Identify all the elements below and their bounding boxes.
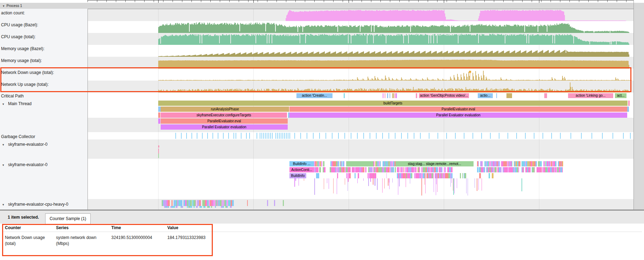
span-block[interactable] <box>316 173 319 178</box>
gc-tick[interactable] <box>499 133 499 139</box>
gc-tick[interactable] <box>281 133 281 139</box>
span-block[interactable] <box>496 93 497 98</box>
gc-tick[interactable] <box>420 133 421 139</box>
span-block[interactable] <box>158 112 160 118</box>
counter-chart-cpu-total[interactable] <box>158 34 634 45</box>
span-block[interactable]: stag;stag... stage.remote...remot... <box>396 161 474 166</box>
span-block[interactable] <box>385 93 385 98</box>
gc-tick[interactable] <box>429 133 429 139</box>
span-block[interactable] <box>392 93 394 98</box>
gc-tick[interactable] <box>268 133 269 139</box>
span-block[interactable]: act... <box>615 93 626 98</box>
gc-tick[interactable] <box>376 133 377 139</box>
gc-tick[interactable] <box>313 133 314 139</box>
gc-tick[interactable] <box>272 133 273 139</box>
gc-tick[interactable] <box>186 133 187 139</box>
gc-tick[interactable] <box>602 133 603 139</box>
sidebar-item-4[interactable]: Memory usage (total): <box>1 58 42 63</box>
span-block[interactable]: runAnalysisPhase <box>161 107 289 112</box>
gc-tick[interactable] <box>326 133 326 139</box>
gc-tick[interactable] <box>481 133 482 139</box>
sidebar-item-7[interactable]: Critical Path <box>1 94 24 98</box>
tab-counter-sample[interactable]: Counter Sample (1) <box>45 213 91 224</box>
gc-tick[interactable] <box>257 133 257 139</box>
gc-tick[interactable] <box>414 133 414 139</box>
gc-tick[interactable] <box>265 133 266 139</box>
gc-tick[interactable] <box>332 133 332 139</box>
gc-tick[interactable] <box>363 133 364 139</box>
gc-tick[interactable] <box>338 133 339 139</box>
gc-tick[interactable] <box>260 133 260 139</box>
span-block[interactable] <box>628 101 630 106</box>
sidebar-item-11[interactable]: ▾skyframe-evaluator-0 <box>0 162 48 167</box>
gc-tick[interactable] <box>223 133 224 139</box>
sidebar-item-0[interactable]: action count: <box>1 11 25 15</box>
sidebar-item-12[interactable]: ▾skyframe-evaluator-cpu-heavy-0 <box>0 202 68 207</box>
gc-tick[interactable] <box>407 133 408 139</box>
gc-tick[interactable] <box>438 133 438 139</box>
span-block[interactable]: skyframeExecutor.configureTargets <box>161 112 287 118</box>
gc-tick[interactable] <box>319 133 320 139</box>
gc-tick[interactable] <box>191 133 192 139</box>
gc-tick[interactable] <box>455 133 456 139</box>
sidebar-item-8[interactable]: ▾Main Thread <box>0 101 31 106</box>
gc-tick[interactable] <box>581 133 582 139</box>
span-block[interactable] <box>383 93 384 98</box>
counter-chart-memory-bazel[interactable] <box>158 46 634 57</box>
span-block[interactable] <box>390 93 390 98</box>
span-block[interactable]: ParallelEvaluator.eval <box>289 107 627 112</box>
collapse-arrow-icon[interactable]: ▾ <box>2 102 8 106</box>
gc-tick[interactable] <box>294 133 295 139</box>
gc-tick[interactable] <box>395 133 396 139</box>
gc-tick[interactable] <box>267 133 267 139</box>
sidebar-item-1[interactable]: CPU usage (Bazel): <box>1 22 38 27</box>
gc-tick[interactable] <box>282 133 283 139</box>
gc-tick[interactable] <box>623 133 624 139</box>
collapse-arrow-icon[interactable]: ▾ <box>3 4 5 8</box>
counter-chart-action-count[interactable] <box>158 10 634 21</box>
gc-tick[interactable] <box>382 133 383 139</box>
gc-tick[interactable] <box>401 133 402 139</box>
gc-tick[interactable] <box>261 133 262 139</box>
gc-tick[interactable] <box>490 133 491 139</box>
gc-tick[interactable] <box>612 133 613 139</box>
collapse-arrow-icon[interactable]: ▾ <box>2 163 8 167</box>
counter-chart-cpu-bazel[interactable] <box>158 22 634 33</box>
span-block[interactable] <box>158 107 161 112</box>
span-block[interactable] <box>627 107 629 112</box>
span-block[interactable] <box>394 93 396 98</box>
gc-tick[interactable] <box>464 133 464 139</box>
span-block[interactable] <box>346 161 373 166</box>
gc-tick[interactable] <box>236 133 236 139</box>
span-block[interactable]: actio... <box>478 93 493 98</box>
gc-tick[interactable] <box>560 133 561 139</box>
gc-tick[interactable] <box>630 133 631 139</box>
gc-tick[interactable] <box>507 133 508 139</box>
span-block[interactable]: ParallelEvaluator.eval <box>161 118 288 124</box>
gc-tick[interactable] <box>279 133 280 139</box>
gc-tick[interactable] <box>388 133 389 139</box>
gc-tick[interactable] <box>197 133 197 139</box>
gc-tick[interactable] <box>307 133 307 139</box>
span-block[interactable]: ActionConti... <box>289 167 314 172</box>
collapse-arrow-icon[interactable]: ▾ <box>2 203 8 206</box>
gc-tick[interactable] <box>288 133 288 139</box>
span-block[interactable] <box>387 93 388 98</box>
span-block[interactable]: buildTargets <box>158 101 628 106</box>
span-block[interactable] <box>416 93 417 98</box>
gc-tick[interactable] <box>286 133 287 139</box>
gc-tick[interactable] <box>249 133 250 139</box>
gc-tick[interactable] <box>202 133 203 139</box>
gc-tick[interactable] <box>542 133 543 139</box>
gc-tick[interactable] <box>207 133 208 139</box>
span-block[interactable] <box>344 93 345 98</box>
span-block[interactable]: action 'Creatin... <box>296 93 332 98</box>
gc-tick[interactable] <box>570 133 571 139</box>
span-block[interactable] <box>544 93 547 98</box>
gc-tick[interactable] <box>284 133 285 139</box>
gc-tick[interactable] <box>525 133 526 139</box>
gc-tick[interactable] <box>289 133 290 139</box>
span-block[interactable]: action 'Linking go... <box>568 93 613 98</box>
sidebar-item-2[interactable]: CPU usage (total): <box>1 34 36 39</box>
gc-tick[interactable] <box>446 133 447 139</box>
